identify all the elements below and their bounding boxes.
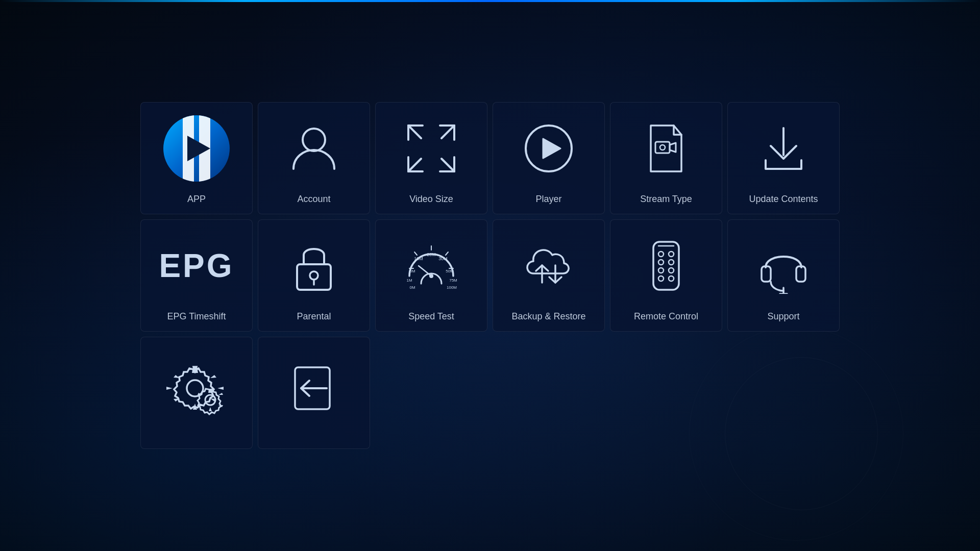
parental-icon-area	[258, 220, 370, 311]
svg-point-43	[658, 276, 664, 281]
svg-point-50	[187, 380, 203, 396]
app-icon-area	[141, 103, 252, 194]
svg-point-44	[669, 276, 674, 281]
svg-text:20M: 20M	[427, 252, 436, 257]
parental-label: Parental	[297, 311, 331, 331]
speed-test-label: Speed Test	[408, 311, 454, 331]
account-icon-area	[258, 103, 370, 194]
svg-point-0	[303, 129, 325, 151]
svg-rect-47	[796, 266, 805, 282]
svg-point-40	[669, 260, 674, 265]
stream-type-tile[interactable]: Stream Type	[610, 102, 722, 214]
settings-icon	[163, 360, 230, 416]
svg-point-16	[310, 271, 318, 280]
play-icon	[187, 136, 210, 161]
player-label: Player	[535, 194, 561, 214]
settings-grid: APP Account	[130, 92, 850, 459]
update-contents-label: Update Contents	[749, 194, 818, 214]
epg-icon-area: EPG	[141, 220, 252, 311]
app-tile[interactable]: APP	[140, 102, 253, 214]
logout-icon	[286, 360, 342, 416]
svg-marker-12	[670, 143, 676, 152]
video-size-icon	[403, 120, 459, 177]
logout-tile[interactable]	[258, 337, 370, 449]
remote-control-icon-area	[610, 220, 722, 311]
svg-text:0M: 0M	[409, 285, 415, 290]
remote-control-tile[interactable]: Remote Control	[610, 219, 722, 332]
svg-rect-11	[655, 142, 670, 153]
backup-restore-icon-area	[493, 220, 604, 311]
svg-point-38	[669, 252, 674, 257]
speed-test-icon: 20M 10M 30M 5M 50M 1M 75M 0M 100M	[403, 238, 459, 294]
player-tile[interactable]: Player	[493, 102, 605, 214]
logout-icon-area	[258, 337, 370, 439]
update-contents-tile[interactable]: Update Contents	[727, 102, 840, 214]
support-tile[interactable]: Support	[727, 219, 840, 332]
settings-icon-area	[141, 337, 252, 439]
player-icon-area	[493, 103, 604, 194]
speed-test-icon-area: 20M 10M 30M 5M 50M 1M 75M 0M 100M	[376, 220, 487, 311]
stream-type-label: Stream Type	[640, 194, 692, 214]
app-logo-icon	[163, 115, 230, 182]
stream-type-icon-area	[610, 103, 722, 194]
svg-text:100M: 100M	[447, 285, 457, 290]
backup-restore-tile[interactable]: Backup & Restore	[493, 219, 605, 332]
svg-line-19	[414, 252, 417, 255]
svg-text:75M: 75M	[449, 278, 457, 283]
svg-text:5M: 5M	[409, 269, 415, 273]
svg-text:30M: 30M	[438, 256, 448, 261]
remote-control-label: Remote Control	[634, 311, 698, 331]
svg-point-42	[669, 268, 674, 273]
svg-text:1M: 1M	[406, 278, 412, 283]
svg-point-39	[658, 260, 664, 265]
backup-restore-icon	[521, 238, 577, 294]
video-size-icon-area	[376, 103, 487, 194]
support-label: Support	[767, 311, 799, 331]
svg-point-41	[658, 268, 664, 273]
epg-timeshift-label: EPG Timeshift	[167, 311, 226, 331]
svg-rect-15	[297, 264, 331, 290]
player-icon	[521, 120, 577, 177]
video-size-tile[interactable]: Video Size	[375, 102, 487, 214]
svg-rect-46	[762, 266, 771, 282]
svg-line-20	[446, 252, 448, 255]
speed-test-tile[interactable]: 20M 10M 30M 5M 50M 1M 75M 0M 100M Speed …	[375, 219, 487, 332]
stream-type-icon	[638, 120, 694, 177]
update-contents-icon	[755, 120, 812, 177]
svg-marker-10	[543, 139, 560, 158]
svg-rect-36	[653, 242, 679, 290]
svg-text:10M: 10M	[414, 256, 423, 261]
svg-text:50M: 50M	[446, 269, 454, 273]
support-icon-area	[728, 220, 839, 311]
svg-point-13	[660, 145, 665, 150]
svg-point-37	[658, 252, 664, 257]
app-label: APP	[187, 194, 206, 214]
support-icon	[755, 238, 812, 294]
remote-control-icon	[638, 238, 694, 294]
account-icon	[286, 120, 342, 177]
epg-timeshift-tile[interactable]: EPG EPG Timeshift	[140, 219, 253, 332]
svg-line-32	[419, 266, 431, 276]
backup-restore-label: Backup & Restore	[511, 311, 585, 331]
epg-text: EPG	[159, 247, 234, 285]
parental-tile[interactable]: Parental	[258, 219, 370, 332]
account-label: Account	[297, 194, 330, 214]
parental-icon	[286, 238, 342, 294]
settings-tile[interactable]	[140, 337, 253, 449]
video-size-label: Video Size	[409, 194, 453, 214]
svg-point-33	[429, 274, 433, 278]
update-contents-icon-area	[728, 103, 839, 194]
account-tile[interactable]: Account	[258, 102, 370, 214]
